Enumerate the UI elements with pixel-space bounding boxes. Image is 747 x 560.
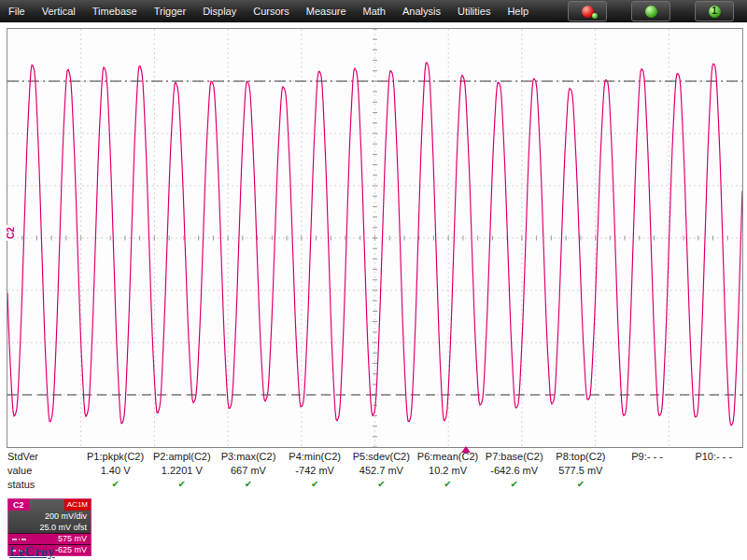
channel-box-header: C2 AC1M xyxy=(8,499,91,511)
measure-status-p2: ✔ xyxy=(148,479,215,489)
measure-header-p6[interactable]: P6:mean(C2) xyxy=(415,451,481,462)
measure-status-p1: ✔ xyxy=(82,479,148,489)
measurement-table: StdVerP1:pkpk(C2)P2:ampl(C2)P3:max(C2)P4… xyxy=(0,449,747,491)
menu-item-file[interactable]: File xyxy=(0,0,34,22)
menu-item-analysis[interactable]: Analysis xyxy=(394,0,449,22)
channel-name-tab[interactable]: C2 xyxy=(8,499,29,511)
small-green-dot-icon xyxy=(592,13,598,19)
measurement-row-value: value1.40 V1.2201 V667 mV-742 mV452.7 mV… xyxy=(0,463,747,477)
measure-value-p7: -642.6 mV xyxy=(481,465,547,476)
top-level-value: 575 mV xyxy=(58,535,87,543)
menu-item-trigger[interactable]: Trigger xyxy=(146,0,194,22)
measure-header-p5[interactable]: P5:sdev(C2) xyxy=(348,451,415,462)
menu-item-vertical[interactable]: Vertical xyxy=(34,0,84,22)
utility-green-orb-button[interactable] xyxy=(631,1,670,21)
measure-status-p7: ✔ xyxy=(481,479,547,489)
measure-status-p6: ✔ xyxy=(415,479,481,489)
menu-item-utilities[interactable]: Utilities xyxy=(449,0,499,22)
measure-status-p3: ✔ xyxy=(215,479,281,489)
measure-header-p3[interactable]: P3:max(C2) xyxy=(215,451,281,462)
menu-bar: FileVerticalTimebaseTriggerDisplayCursor… xyxy=(0,0,747,22)
offset-label: 25.0 mV ofst xyxy=(8,522,91,533)
green-orb-one-icon: 1 xyxy=(709,6,721,18)
measurement-row-status: status✔✔✔✔✔✔✔✔ xyxy=(0,477,747,491)
measure-value-p5: 452.7 mV xyxy=(348,465,415,476)
measure-value-p2: 1.2201 V xyxy=(148,465,215,476)
measure-header-p10[interactable]: P10:- - - xyxy=(681,451,747,462)
measure-value-p4: -742 mV xyxy=(282,465,348,476)
measurement-row-header: StdVerP1:pkpk(C2)P2:ampl(C2)P3:max(C2)P4… xyxy=(0,449,747,463)
lecroy-logo: LeCroy xyxy=(9,545,55,560)
menu-item-display[interactable]: Display xyxy=(194,0,245,22)
graticule-grid xyxy=(7,29,742,447)
measure-header-p7[interactable]: P7:base(C2) xyxy=(481,451,547,462)
measure-value-p6: 10.2 mV xyxy=(415,465,481,476)
coupling-badge: AC1M xyxy=(64,499,91,511)
measure-header-p4[interactable]: P4:min(C2) xyxy=(282,451,348,462)
utility-red-orb-button[interactable] xyxy=(568,1,607,21)
channel-one-badge: 1 xyxy=(712,7,717,16)
menu-bar-icons: 1 xyxy=(568,1,747,21)
green-orb-icon xyxy=(645,6,657,18)
measure-status-p8: ✔ xyxy=(547,479,613,489)
waveform-display xyxy=(7,29,742,447)
measure-status-p4: ✔ xyxy=(282,479,348,489)
menu-item-timebase[interactable]: Timebase xyxy=(84,0,146,22)
measurement-row-label-status: status xyxy=(0,479,82,490)
measure-header-p9[interactable]: P9:- - - xyxy=(614,451,681,462)
menu-bar-items: FileVerticalTimebaseTriggerDisplayCursor… xyxy=(0,0,537,22)
measure-status-p5: ✔ xyxy=(348,479,415,489)
measure-header-p2[interactable]: P2:ampl(C2) xyxy=(148,451,215,462)
measurement-row-label-header: StdVer xyxy=(0,451,82,462)
measurement-row-label-value: value xyxy=(0,465,82,476)
menu-item-measure[interactable]: Measure xyxy=(298,0,355,22)
measure-header-p8[interactable]: P8:top(C2) xyxy=(547,451,613,462)
volts-per-div-label: 200 mV/div xyxy=(8,511,91,522)
dash-dot-line-icon xyxy=(12,538,27,541)
base-level-value: -625 mV xyxy=(55,546,87,554)
channel-one-status-button[interactable]: 1 xyxy=(695,1,734,21)
measure-header-p1[interactable]: P1:pkpk(C2) xyxy=(82,451,148,462)
channel-axis-label: C2 xyxy=(5,225,17,241)
menu-item-help[interactable]: Help xyxy=(499,0,537,22)
measure-value-p3: 667 mV xyxy=(215,465,281,476)
top-level-row: 575 mV xyxy=(8,533,91,544)
measure-value-p8: 577.5 mV xyxy=(547,465,613,476)
menu-item-cursors[interactable]: Cursors xyxy=(245,0,298,22)
menu-item-math[interactable]: Math xyxy=(355,0,394,22)
measure-value-p1: 1.40 V xyxy=(82,465,148,476)
waveform-plot[interactable]: C2 xyxy=(7,28,743,448)
